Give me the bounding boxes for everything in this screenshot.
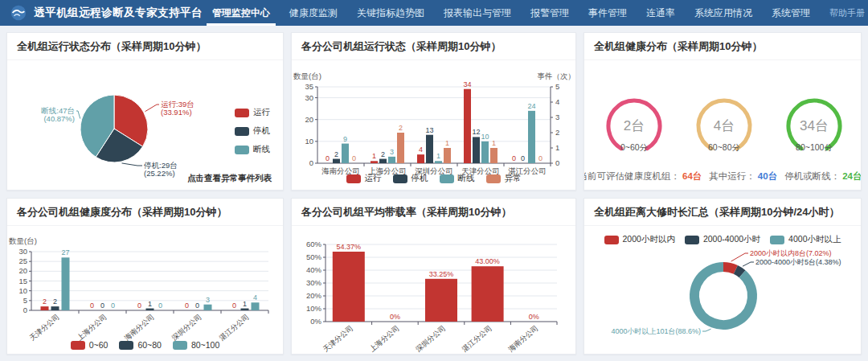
- bar-断线[interactable]: [435, 161, 442, 163]
- panel-branch-run-status: 各分公司机组运行状态（采样周期10分钟） 010203035012345事件（次…: [291, 32, 576, 191]
- legend-item-2000-4000小时[interactable]: 2000-4000小时: [685, 234, 760, 245]
- legend-item-4000小时以上[interactable]: 4000小时以上: [770, 234, 841, 245]
- donut-segment-4000小时以上[interactable]: [694, 267, 752, 325]
- bars[interactable]: 2000020101270034: [41, 248, 260, 310]
- gauge-set-svg[interactable]: 2台0~60分4台60~80分34台80~100分: [584, 60, 861, 166]
- bar-chart-branch-health[interactable]: 051015202530数量(台)天津分公司上海分公司海南分公司深圳分公司湛江分…: [7, 226, 283, 354]
- value-label: 1: [492, 139, 496, 147]
- y-tick-label: 25: [18, 256, 27, 265]
- gauge-value: 34台: [800, 118, 829, 133]
- bar-运行[interactable]: [417, 154, 424, 163]
- bar-断线[interactable]: [388, 157, 395, 163]
- bar-chart-svg[interactable]: 051015202530数量(台)天津分公司上海分公司海南分公司深圳分公司湛江分…: [7, 226, 283, 354]
- abnormal-events-link[interactable]: 点击查看异常事件列表: [187, 173, 272, 184]
- x-tick-label: 上海分公司: [76, 313, 108, 343]
- legend-swatch: [604, 236, 619, 244]
- bar-chart-branch-load-rate[interactable]: 0%10%20%30%40%50%60%天津分公司上海分公司深圳分公司湛江分公司…: [292, 226, 575, 354]
- legend-item-60~80[interactable]: 60~80: [119, 340, 162, 350]
- legend-item-0~60[interactable]: 0~60: [71, 340, 108, 350]
- nav-item-alarm-mgmt[interactable]: 报警管理: [521, 0, 579, 26]
- bar-停机[interactable]: [473, 137, 480, 163]
- header-right: 帮助手册 ∨ 退出: [829, 5, 868, 21]
- axes: 051015202530数量(台)天津分公司上海分公司海南分公司深圳分公司湛江分…: [9, 236, 268, 342]
- legend-item-停机[interactable]: 停机: [393, 173, 428, 184]
- nav-item-event-mgmt[interactable]: 事件管理: [579, 0, 637, 26]
- bar-60~80[interactable]: [146, 309, 154, 310]
- bar-异常[interactable]: [490, 148, 497, 163]
- bar-60~80[interactable]: [241, 309, 249, 310]
- value-label: 13: [425, 126, 433, 134]
- value-label: 9: [343, 135, 347, 143]
- bar-平均带载率[interactable]: [472, 266, 504, 322]
- legend-item-运行[interactable]: 运行: [346, 173, 382, 184]
- nav-item-system-mgmt[interactable]: 系统管理: [762, 0, 820, 26]
- bar-运行[interactable]: [464, 89, 471, 163]
- app-logo-icon: [10, 4, 27, 22]
- bar-chart-branch-run-status[interactable]: 010203035012345事件（次）数量(台)海南分公司上海分公司深圳分公司…: [292, 60, 575, 190]
- gauge-range-label: 0~60分: [620, 142, 649, 152]
- value-label: 0: [195, 302, 199, 310]
- value-label: 4: [253, 293, 257, 302]
- app-title: 透平机组远程诊断及专家支持平台: [34, 6, 203, 20]
- bars[interactable]: 0143402213120931102402110: [326, 80, 542, 163]
- legend-item-异常[interactable]: 异常: [486, 173, 522, 184]
- y2-tick-label: 4: [555, 97, 559, 106]
- value-label: 0: [521, 154, 525, 162]
- bar-平均带载率[interactable]: [425, 279, 457, 322]
- legend-label: 2000小时以内: [623, 234, 675, 245]
- help-manual-link[interactable]: 帮助手册 ∨: [829, 7, 868, 19]
- bar-运行[interactable]: [371, 161, 378, 163]
- y-tick-label: 20: [305, 115, 313, 124]
- panel-title-health-gauges: 全机组健康分布（采样周期10分钟）: [584, 33, 861, 60]
- legend-item-运行[interactable]: 运行: [235, 107, 270, 118]
- bar-80~100[interactable]: [204, 305, 212, 310]
- value-label: 1: [436, 152, 440, 160]
- donut-segment-2000-4000小时[interactable]: [735, 269, 742, 273]
- legend-item-断线[interactable]: 断线: [235, 144, 270, 155]
- bar-停机[interactable]: [333, 159, 340, 163]
- bar-异常[interactable]: [444, 148, 451, 163]
- value-label: 3: [390, 148, 394, 156]
- bar-断线[interactable]: [528, 111, 535, 163]
- bar-停机[interactable]: [379, 159, 387, 163]
- donut-chart-overhaul-time[interactable]: 2000小时以内8台(7.02%)2000-4000小时5台(4.38%)400…: [584, 226, 861, 354]
- panel-title-branch-run-status: 各分公司机组运行状态（采样周期10分钟）: [292, 33, 575, 60]
- bar-异常[interactable]: [397, 133, 404, 163]
- gauge-value: 4台: [714, 118, 735, 133]
- nav-item-health-monitor[interactable]: 健康度监测: [280, 0, 347, 26]
- pie-chart-run-status[interactable]: 点击查看异常事件列表 运行:39台(33.91%)停机:29台(25.22%)断…: [7, 60, 283, 190]
- legend-item-2000小时以内[interactable]: 2000小时以内: [604, 234, 675, 245]
- bar-停机[interactable]: [426, 135, 433, 163]
- panel-title-branch-load-rate: 各分公司机组平均带载率（采样周期10分钟）: [292, 199, 575, 226]
- bar-80~100[interactable]: [62, 257, 70, 310]
- nav-item-monitoring-center[interactable]: 管理监控中心: [203, 0, 280, 26]
- bar-chart-svg[interactable]: 0%10%20%30%40%50%60%天津分公司上海分公司深圳分公司湛江分公司…: [292, 226, 575, 354]
- gauge-chart-health[interactable]: 当前可评估健康度机组：64台 其中运行：40台 停机或断线：24台 2台0~60…: [584, 60, 861, 190]
- value-label: 2: [381, 150, 385, 158]
- legend-item-80~100[interactable]: 80~100: [173, 340, 219, 350]
- nav-item-report-output[interactable]: 报表输出与管理: [434, 0, 521, 26]
- donut-segment-2000小时以内[interactable]: [723, 267, 735, 269]
- left-axis-name: 数量(台): [9, 236, 37, 245]
- value-label: 10: [481, 133, 489, 141]
- y-tick-label: 10: [305, 137, 313, 146]
- bar-断线[interactable]: [481, 142, 489, 163]
- bar-0~60[interactable]: [41, 306, 49, 310]
- gauge-value: 2台: [624, 118, 645, 133]
- bar-80~100[interactable]: [252, 302, 260, 310]
- legend-swatch: [486, 174, 501, 183]
- bar-chart-svg[interactable]: 010203035012345事件（次）数量(台)海南分公司上海分公司深圳分公司…: [292, 60, 575, 190]
- legend-item-停机[interactable]: 停机: [235, 125, 270, 137]
- x-tick-label: 湛江分公司: [461, 324, 493, 354]
- value-label: 33.25%: [429, 270, 454, 278]
- bars[interactable]: 54.37%0%33.25%43.00%0%: [333, 243, 539, 322]
- bar-60~80[interactable]: [51, 306, 59, 310]
- bar-断线[interactable]: [342, 144, 349, 163]
- legend-item-断线[interactable]: 断线: [440, 173, 475, 184]
- bar-平均带载率[interactable]: [333, 252, 365, 322]
- legend-label: 4000小时以上: [788, 234, 841, 245]
- y2-tick-label: 3: [555, 113, 559, 121]
- nav-item-connectivity-rate[interactable]: 连通率: [637, 0, 685, 26]
- nav-item-system-usage[interactable]: 系统应用情况: [685, 0, 762, 26]
- nav-item-key-indicator-trends[interactable]: 关键指标趋势图: [347, 0, 434, 26]
